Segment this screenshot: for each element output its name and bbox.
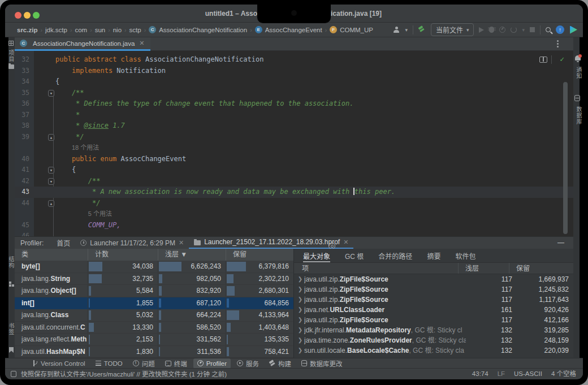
panel-tab[interactable]: 最大对象: [303, 249, 330, 262]
chevron-right-icon[interactable]: ❯: [296, 295, 304, 305]
tree-row[interactable]: ❯sun.util.locale.BaseLocale$Cache, GC 根:…: [294, 345, 573, 356]
tool-stripe-database[interactable]: 数据库: [574, 106, 583, 125]
code-line[interactable]: 5 个用法: [15, 209, 573, 220]
run-icon[interactable]: [479, 27, 484, 33]
tool-window-button[interactable]: ›_终端: [161, 358, 191, 369]
table-row[interactable]: byte[]34,0386,626,2436,379,816: [15, 261, 293, 273]
breadcrumb-item[interactable]: CAssociationChangeNotification: [149, 26, 247, 33]
tool-window-button[interactable]: !问题: [129, 358, 159, 369]
minimize-button[interactable]: [24, 12, 31, 19]
update-icon[interactable]: ↑: [556, 25, 564, 34]
ide-play-icon[interactable]: [569, 26, 577, 34]
fold-expand-icon[interactable]: ▴: [48, 200, 54, 207]
status-message[interactable]: 快照保存到默认文件夹'/Users/maczhuli' // 更改快照文件夹 (…: [21, 369, 227, 378]
column-header[interactable]: 类: [15, 249, 88, 261]
tool-stripe-project[interactable]: 项目: [7, 50, 15, 62]
panel-tab[interactable]: 软件包: [455, 249, 475, 262]
inspections-ok-icon[interactable]: ✓: [560, 55, 564, 63]
tool-window-button[interactable]: 构建: [265, 358, 295, 369]
panel-tab[interactable]: 合并的路径: [378, 249, 412, 262]
fold-collapse-icon[interactable]: ▾: [48, 90, 54, 97]
breadcrumb-item[interactable]: src.zip: [17, 27, 37, 33]
code-line[interactable]: 36* Defines the type of change event tha…: [15, 98, 573, 110]
fold-expand-icon[interactable]: ▴: [48, 134, 54, 141]
panel-tab[interactable]: GC 根: [345, 249, 364, 262]
code-line[interactable]: 41▾{: [15, 165, 573, 176]
breadcrumb-item[interactable]: jdk.sctp: [45, 27, 67, 33]
code-line[interactable]: 35▾/**: [15, 88, 573, 99]
code-line[interactable]: 38* @since 1.7: [15, 120, 573, 132]
column-header[interactable]: 浅层: [458, 263, 509, 274]
chevron-right-icon[interactable]: ❯: [296, 345, 304, 356]
close-tab-icon[interactable]: ✕: [179, 239, 184, 246]
chevron-right-icon[interactable]: ❯: [296, 325, 304, 335]
coverage-dropdown-icon[interactable]: ▾: [522, 27, 525, 33]
indent-style[interactable]: 4 个空格: [551, 369, 576, 379]
column-header[interactable]: 浅层 ▼: [158, 249, 226, 261]
breadcrumb-item[interactable]: FCOMM_UP: [330, 26, 373, 33]
tool-stripe-bookmarks[interactable]: 书签: [7, 323, 15, 335]
chevron-right-icon[interactable]: ❯: [296, 315, 304, 325]
panel-tab[interactable]: 摘要: [427, 249, 440, 262]
file-encoding[interactable]: US-ASCII: [514, 369, 542, 379]
reader-mode-icon[interactable]: [539, 57, 547, 63]
code-line[interactable]: 34{: [15, 76, 573, 88]
fold-collapse-icon[interactable]: ▾: [48, 178, 54, 185]
profiler-tab[interactable]: 首页: [51, 237, 75, 249]
profile-icon[interactable]: [499, 27, 505, 33]
breadcrumb-item[interactable]: sctp: [129, 27, 141, 33]
code-line[interactable]: 39▴*/: [15, 132, 573, 143]
breadcrumb-item[interactable]: sun: [95, 27, 106, 33]
search-icon[interactable]: [546, 27, 551, 32]
table-row[interactable]: java.lang.reflect.Meth2,153331,562135,33…: [15, 334, 293, 346]
table-row[interactable]: java.util.concurrent.C13,330586,5201,403…: [15, 322, 293, 334]
more-options-icon[interactable]: [557, 40, 559, 42]
tool-stripe-structure[interactable]: 结构: [7, 256, 15, 269]
stop-icon[interactable]: [530, 27, 535, 32]
user-icon[interactable]: [393, 27, 400, 33]
chevron-right-icon[interactable]: ❯: [296, 284, 304, 295]
editor-tab[interactable]: C AssociationChangeNotification.java ✕: [15, 37, 150, 51]
chevron-right-icon[interactable]: ❯: [296, 335, 304, 345]
structure-icon[interactable]: [9, 282, 14, 287]
close-button[interactable]: [15, 12, 21, 19]
tool-window-button[interactable]: Version Control: [29, 358, 89, 369]
table-row[interactable]: java.lang.Object[]5,584832,9202,680,301: [15, 285, 293, 297]
column-header[interactable]: 保留: [226, 249, 293, 261]
screen-reader-icon[interactable]: [11, 371, 16, 377]
chevron-right-icon[interactable]: ❯: [296, 274, 304, 284]
tool-window-button[interactable]: Profiler: [193, 358, 231, 369]
code-line[interactable]: 42▾/**: [15, 176, 573, 187]
gear-icon[interactable]: [328, 243, 335, 249]
database-icon[interactable]: [574, 95, 580, 101]
column-header[interactable]: 保留: [509, 263, 573, 274]
table-row[interactable]: java.lang.String32,735982,0502,302,210: [15, 273, 293, 285]
tree-row[interactable]: ❯java.util.zip.ZipFile$Source1171,117,64…: [294, 295, 573, 305]
debug-icon[interactable]: [489, 27, 494, 33]
column-header[interactable]: 计数: [88, 249, 158, 261]
project-folder-icon[interactable]: [8, 64, 14, 69]
code-line[interactable]: 33implements Notification: [15, 66, 573, 77]
run-configuration-select[interactable]: 当前文件▾: [431, 23, 474, 36]
breadcrumb-item[interactable]: com: [75, 27, 87, 33]
code-line[interactable]: 43* A new association is now ready and d…: [15, 187, 573, 198]
editor-scrollbar[interactable]: [563, 82, 568, 234]
tree-row[interactable]: ❯java.net.URLClassLoader161920,426: [294, 305, 573, 315]
tree-row[interactable]: ❯java.util.zip.ZipFile$Source1171,669,93…: [294, 274, 573, 284]
close-tab-icon[interactable]: ✕: [139, 40, 144, 47]
tree-row[interactable]: ❯jdk.jfr.internal.MetadataRepository, GC…: [294, 325, 573, 335]
hide-panel-icon[interactable]: —: [557, 239, 564, 246]
column-header[interactable]: 项: [294, 263, 458, 274]
code-line[interactable]: 46: [15, 231, 573, 236]
table-row[interactable]: java.lang.Class5,032664,2244,133,964: [15, 309, 293, 322]
fold-collapse-icon[interactable]: ▾: [48, 167, 54, 174]
breadcrumb-item[interactable]: nio: [113, 27, 122, 33]
table-row[interactable]: int[]1,855687,120684,856: [15, 297, 293, 310]
line-separator[interactable]: LF: [498, 369, 505, 379]
tree-row[interactable]: ❯java.util.zip.ZipFile$Source117412,166: [294, 315, 573, 325]
code-editor[interactable]: 32public abstract class AssociationChang…: [15, 51, 573, 236]
tree-row[interactable]: ❯java.util.zip.ZipFile$Source1171,245,83…: [294, 284, 573, 295]
code-line[interactable]: 40public enum AssocChangeEvent: [15, 154, 573, 165]
tool-window-button[interactable]: 数据库更改: [297, 358, 347, 369]
coverage-icon[interactable]: [511, 27, 517, 33]
